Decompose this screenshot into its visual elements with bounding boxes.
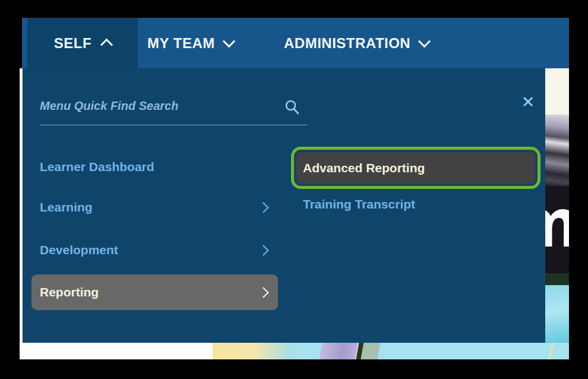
menu-item-label: Learner Dashboard [40,160,267,174]
top-navbar: SELF MY TEAM ADMINISTRATION [22,18,569,68]
bottom-yellow-band [213,343,290,359]
chevron-right-icon [258,287,268,298]
photo-pencils-band [545,115,569,186]
photo-letter-m: m [545,190,569,257]
close-icon[interactable]: ✕ [518,92,538,112]
menu-item-label: Training Transcript [303,197,415,211]
menu-item-reporting[interactable]: Reporting [31,274,278,310]
photo-green-band [545,273,569,285]
menu-item-label: Learning [40,200,260,214]
annotation-highlight-box: Advanced Reporting [291,147,540,189]
chevron-right-icon [258,245,268,255]
nav-tab-self[interactable]: SELF [27,18,138,68]
photo-cream-band [545,68,569,115]
nav-tab-my-team[interactable]: MY TEAM [143,18,238,68]
photo-dark-band: m [545,186,569,273]
menu-item-label: Reporting [40,285,260,299]
self-menu-panel: ✕ Learner Dashboard Learning Development… [23,68,545,343]
nav-tab-self-label: SELF [54,35,91,52]
menu-item-label: Advanced Reporting [303,161,425,175]
bottom-cyan-band [290,343,569,359]
menu-item-development[interactable]: Development [31,233,278,267]
search-icon[interactable] [284,99,300,118]
nav-tab-administration[interactable]: ADMINISTRATION [279,18,434,68]
menu-quick-find-input[interactable] [40,91,307,125]
bottom-sage-stripe [361,343,381,359]
page-viewport: SELF MY TEAM ADMINISTRATION ✕ Learner Da… [20,18,569,359]
page-background-bottom-strip [20,343,569,359]
bottom-purple-stripe [319,343,358,359]
menu-item-learner-dashboard[interactable]: Learner Dashboard [31,150,278,184]
menu-item-learning[interactable]: Learning [31,190,278,225]
nav-tab-my-team-label: MY TEAM [147,35,215,52]
chevron-down-icon [223,35,235,48]
menu-item-training-transcript[interactable]: Training Transcript [303,190,540,219]
nav-tab-administration-label: ADMINISTRATION [284,35,410,52]
chevron-down-icon [418,35,431,48]
menu-item-label: Development [40,243,260,257]
chevron-right-icon [258,202,268,213]
bottom-white-band [20,343,213,359]
chevron-up-icon [100,39,113,51]
photo-cyan-band [545,285,569,343]
background-photo-strip: m [545,68,569,343]
menu-item-advanced-reporting[interactable]: Advanced Reporting [296,152,535,184]
bottom-lime-stripe [548,343,555,359]
